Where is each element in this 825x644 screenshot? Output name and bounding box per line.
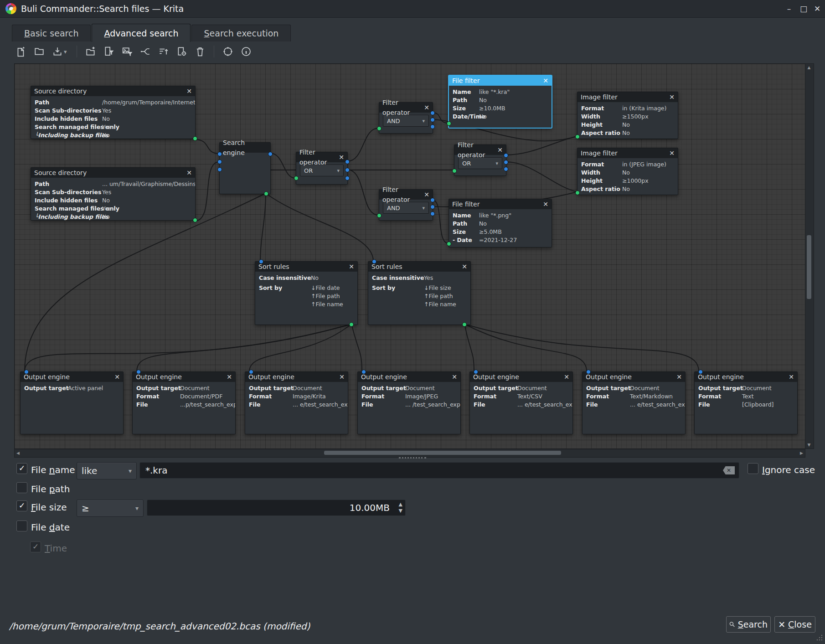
- add-output-engine-button[interactable]: [173, 43, 191, 60]
- node-output-engine-active-panel[interactable]: Output engine✕ Output targetActive panel: [20, 371, 124, 434]
- tab-search-execution[interactable]: Search execution: [191, 25, 291, 41]
- spin-up-icon[interactable]: ▲: [399, 501, 402, 508]
- add-file-filter-button[interactable]: [100, 43, 118, 60]
- file-name-operator-select[interactable]: like▾: [77, 462, 137, 479]
- node-output-engine-clipboard[interactable]: Output engine✕ Output targetDocument For…: [694, 371, 798, 434]
- node-filter-operator-and-1[interactable]: Filter operator✕ AND▾: [379, 102, 433, 134]
- input-connector[interactable]: [372, 259, 376, 264]
- node-header[interactable]: Filter operator✕: [454, 145, 506, 155]
- input-connector[interactable]: [259, 259, 263, 264]
- close-icon[interactable]: ✕: [543, 199, 548, 209]
- input-connector[interactable]: [430, 118, 435, 122]
- input-connector[interactable]: [268, 152, 273, 156]
- node-output-engine-markdown[interactable]: Output engine✕ Output targetDocument For…: [582, 371, 686, 434]
- spin-down-icon[interactable]: ▼: [399, 508, 402, 514]
- close-window-button[interactable]: ✕: [810, 2, 824, 15]
- node-header[interactable]: Search engine: [220, 143, 270, 153]
- output-connector[interactable]: [452, 169, 457, 173]
- close-icon[interactable]: ✕: [789, 372, 794, 382]
- resize-grip[interactable]: [816, 635, 822, 641]
- node-sort-rules-1[interactable]: Sort rules✕ Case insensitiveNo Sort by ↓…: [255, 261, 358, 325]
- node-header[interactable]: File filter✕: [449, 199, 552, 209]
- node-file-filter-png[interactable]: File filter✕ Namelike "*.png" PathNo Siz…: [449, 199, 552, 247]
- close-icon[interactable]: ✕: [462, 262, 467, 272]
- node-header[interactable]: Output engine✕: [470, 372, 572, 382]
- node-header[interactable]: Output engine✕: [21, 372, 123, 382]
- close-icon[interactable]: ✕: [186, 86, 192, 96]
- close-button[interactable]: ✕ Close: [774, 616, 815, 633]
- close-icon[interactable]: ✕: [452, 372, 457, 382]
- save-options-dropdown[interactable]: ▾: [64, 48, 72, 55]
- file-name-pattern-input[interactable]: [139, 462, 739, 479]
- add-sort-rules-button[interactable]: [155, 43, 173, 60]
- horizontal-scrollbar[interactable]: ◀ ▶: [14, 449, 805, 458]
- output-connector[interactable]: [462, 322, 467, 327]
- input-connector[interactable]: [249, 370, 253, 374]
- input-connector[interactable]: [361, 370, 366, 374]
- output-connector[interactable]: [264, 191, 268, 196]
- output-connector[interactable]: [349, 322, 354, 327]
- node-header[interactable]: Output engine✕: [245, 372, 348, 382]
- close-icon[interactable]: ✕: [186, 168, 192, 178]
- node-output-engine-pdf[interactable]: Output engine✕ Output targetDocument For…: [132, 371, 236, 434]
- output-connector[interactable]: [447, 121, 451, 126]
- horizontal-scroll-thumb[interactable]: [324, 451, 561, 455]
- node-filter-operator-or-1[interactable]: Filter operator✕ OR▾: [296, 152, 348, 185]
- node-source-directory-1[interactable]: Source directory✕ Path/home/grum/Tempora…: [31, 86, 196, 139]
- vertical-scrollbar[interactable]: ▲ ▼: [805, 63, 814, 449]
- input-connector[interactable]: [430, 198, 435, 202]
- node-header[interactable]: Image filter✕: [578, 148, 678, 158]
- vertical-scroll-thumb[interactable]: [807, 235, 811, 299]
- input-connector[interactable]: [24, 370, 29, 374]
- input-connector[interactable]: [430, 205, 435, 209]
- node-header[interactable]: Source directory✕: [31, 86, 195, 96]
- input-connector[interactable]: [345, 168, 350, 172]
- close-icon[interactable]: ✕: [676, 372, 682, 382]
- node-search-engine[interactable]: Search engine: [219, 142, 271, 194]
- splitter-handle[interactable]: [399, 457, 426, 459]
- input-connector[interactable]: [586, 370, 591, 374]
- input-connector[interactable]: [430, 124, 435, 129]
- add-source-directory-button[interactable]: [82, 43, 100, 60]
- add-image-filter-button[interactable]: [118, 43, 136, 60]
- close-icon[interactable]: ✕: [669, 92, 675, 102]
- node-graph-canvas[interactable]: Source directory✕ Path/home/grum/Tempora…: [14, 63, 805, 449]
- node-output-engine-csv[interactable]: Output engine✕ Output targetDocument For…: [469, 371, 573, 434]
- file-path-checkbox[interactable]: [16, 482, 27, 493]
- close-icon[interactable]: ✕: [497, 145, 503, 155]
- node-header[interactable]: Sort rules✕: [255, 262, 357, 272]
- close-icon[interactable]: ✕: [349, 262, 354, 272]
- output-connector[interactable]: [193, 136, 197, 141]
- node-image-filter-krita[interactable]: Image filter✕ Formatin (Krita image) Wid…: [577, 92, 678, 139]
- input-connector[interactable]: [345, 176, 350, 180]
- node-header[interactable]: Output engine✕: [358, 372, 460, 382]
- node-header[interactable]: File filter✕: [449, 76, 552, 86]
- output-connector[interactable]: [294, 176, 299, 180]
- input-connector[interactable]: [474, 370, 478, 374]
- scroll-left-arrow[interactable]: ◀: [16, 451, 20, 455]
- close-icon[interactable]: ✕: [339, 152, 344, 162]
- output-connector[interactable]: [447, 242, 451, 246]
- output-connector[interactable]: [377, 126, 382, 131]
- input-connector[interactable]: [504, 167, 508, 171]
- close-icon[interactable]: ✕: [227, 372, 232, 382]
- node-header[interactable]: Output engine✕: [583, 372, 685, 382]
- close-icon[interactable]: ✕: [424, 190, 429, 200]
- delete-node-button[interactable]: [191, 43, 209, 60]
- node-header[interactable]: Filter operator✕: [379, 103, 433, 113]
- file-size-operator-select[interactable]: ≥▾: [77, 500, 144, 517]
- node-header[interactable]: Filter operator✕: [296, 152, 347, 162]
- close-icon[interactable]: ✕: [339, 372, 345, 382]
- node-filter-operator-or-2[interactable]: Filter operator✕ OR▾: [454, 144, 506, 176]
- close-icon[interactable]: ✕: [114, 372, 120, 382]
- node-header[interactable]: Source directory✕: [31, 168, 195, 178]
- close-icon[interactable]: ✕: [543, 76, 548, 86]
- input-connector[interactable]: [217, 152, 222, 156]
- file-size-checkbox[interactable]: ✓: [16, 500, 27, 511]
- close-icon[interactable]: ✕: [564, 372, 569, 382]
- scroll-down-arrow[interactable]: ▼: [805, 443, 813, 447]
- output-connector[interactable]: [193, 218, 197, 222]
- new-search-definition-button[interactable]: [12, 43, 30, 60]
- minimize-button[interactable]: –: [782, 2, 796, 15]
- ignore-case-checkbox[interactable]: [748, 463, 758, 474]
